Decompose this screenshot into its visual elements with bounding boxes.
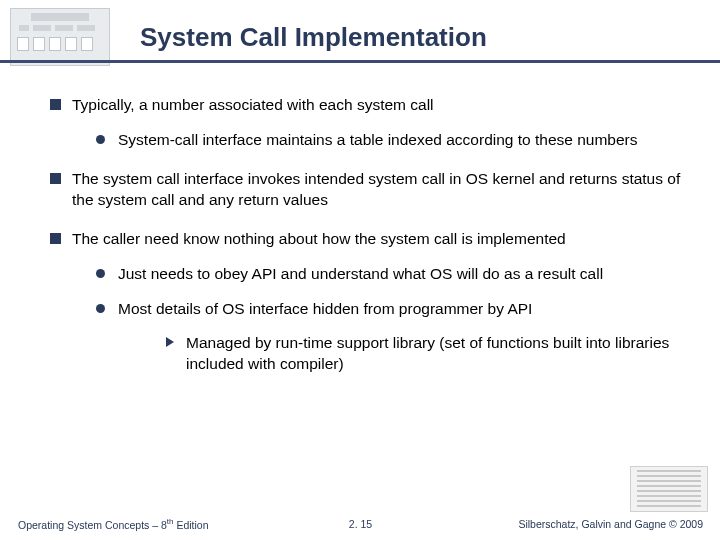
slide-header: System Call Implementation xyxy=(0,0,720,72)
slide-title: System Call Implementation xyxy=(140,22,487,53)
bullet-text: The system call interface invokes intend… xyxy=(72,170,680,208)
bullet-text: Just needs to obey API and understand wh… xyxy=(118,265,603,282)
bullet-text: Typically, a number associated with each… xyxy=(72,96,434,113)
header-thumbnail xyxy=(10,8,110,66)
sub-bullet-item: Most details of OS interface hidden from… xyxy=(96,299,690,376)
bullet-text: System-call interface maintains a table … xyxy=(118,131,638,148)
corner-thumbnail xyxy=(630,466,708,512)
slide-body: Typically, a number associated with each… xyxy=(50,95,690,393)
footer-page-number: 2. 15 xyxy=(349,518,372,530)
title-underline xyxy=(0,60,720,63)
sub-bullet-item: Just needs to obey API and understand wh… xyxy=(96,264,690,285)
bullet-text: The caller need know nothing about how t… xyxy=(72,230,566,247)
footer-left: Operating System Concepts – 8th Edition xyxy=(18,517,209,531)
bullet-item: Typically, a number associated with each… xyxy=(50,95,690,151)
sub-sub-bullet-item: Managed by run-time support library (set… xyxy=(166,333,690,375)
bullet-item: The system call interface invokes intend… xyxy=(50,169,690,211)
sub-bullet-item: System-call interface maintains a table … xyxy=(96,130,690,151)
bullet-text: Managed by run-time support library (set… xyxy=(186,334,669,372)
bullet-text: Most details of OS interface hidden from… xyxy=(118,300,532,317)
footer-copyright: Silberschatz, Galvin and Gagne © 2009 xyxy=(518,518,703,530)
bullet-item: The caller need know nothing about how t… xyxy=(50,229,690,376)
